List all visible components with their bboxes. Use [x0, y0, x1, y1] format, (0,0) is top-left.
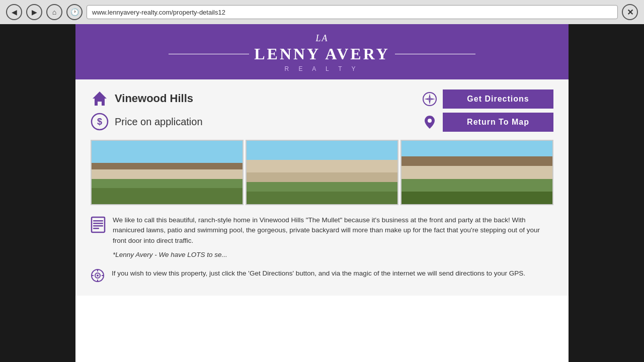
svg-point-9 — [428, 119, 432, 123]
property-location: Vinewood Hills — [115, 92, 193, 105]
property-info: Vinewood Hills $ Price on application — [91, 89, 412, 131]
browser-chrome: ◀ ▶ ⌂ 🕐 ✕ — [0, 0, 644, 24]
description-quote: *Lenny Avery - We have LOTS to se... — [113, 251, 553, 258]
site-subtitle: R E A L T Y — [75, 65, 569, 72]
svg-rect-11 — [93, 220, 103, 222]
property-price: Price on application — [115, 116, 203, 128]
svg-rect-10 — [92, 217, 105, 232]
property-image-3 — [400, 140, 553, 205]
back-icon: ◀ — [12, 8, 17, 16]
description-main: We like to call this beautiful, ranch-st… — [113, 215, 553, 246]
gps-icon — [91, 268, 105, 286]
document-icon — [91, 216, 106, 258]
property-location-row: Vinewood Hills — [91, 89, 412, 108]
property-image-1 — [91, 140, 244, 205]
logo-line: LENNY AVERY — [75, 45, 569, 63]
home-button[interactable]: ⌂ — [46, 4, 62, 20]
property-image-2 — [246, 140, 398, 205]
svg-point-17 — [97, 275, 99, 277]
location-pin-icon — [422, 114, 438, 130]
svg-text:$: $ — [97, 117, 102, 127]
history-icon: 🕐 — [70, 8, 79, 16]
svg-marker-7 — [424, 98, 429, 100]
logo-rule-right — [395, 54, 475, 54]
back-button[interactable]: ◀ — [6, 4, 22, 20]
gps-description: If you wish to view this property, just … — [112, 268, 525, 279]
house-icon — [91, 89, 109, 108]
return-to-map-row: Return To Map — [422, 113, 553, 132]
property-images — [91, 140, 553, 205]
svg-marker-5 — [429, 94, 431, 99]
get-directions-row: Get Directions — [422, 89, 553, 109]
description-section: We like to call this beautiful, ranch-st… — [91, 215, 553, 258]
svg-marker-8 — [430, 98, 435, 100]
svg-point-4 — [429, 98, 431, 100]
svg-rect-14 — [93, 228, 99, 229]
property-header: Vinewood Hills $ Price on application — [91, 89, 553, 132]
property-price-row: $ Price on application — [91, 113, 412, 131]
return-to-map-button[interactable]: Return To Map — [443, 113, 553, 132]
site-header: LA LENNY AVERY R E A L T Y — [75, 24, 569, 79]
svg-rect-12 — [93, 223, 103, 224]
forward-icon: ▶ — [32, 8, 37, 16]
close-icon: ✕ — [627, 8, 633, 17]
svg-rect-13 — [93, 225, 103, 227]
forward-button[interactable]: ▶ — [26, 4, 42, 20]
compass-icon — [422, 91, 438, 107]
url-bar[interactable] — [87, 5, 618, 19]
get-directions-button[interactable]: Get Directions — [443, 89, 553, 109]
svg-marker-6 — [429, 100, 431, 105]
description-body: We like to call this beautiful, ranch-st… — [113, 215, 553, 258]
logo-rule-left — [169, 54, 249, 54]
gps-section: If you wish to view this property, just … — [91, 268, 553, 286]
action-area: Get Directions Return To Map — [422, 89, 553, 132]
dollar-icon: $ — [91, 113, 109, 131]
page-wrapper: LA LENNY AVERY R E A L T Y Vinewood Hill… — [75, 24, 569, 362]
site-title: LENNY AVERY — [254, 45, 390, 63]
svg-marker-0 — [93, 92, 107, 106]
main-content: Vinewood Hills $ Price on application — [75, 79, 569, 296]
close-button[interactable]: ✕ — [622, 4, 638, 20]
history-button[interactable]: 🕐 — [66, 4, 83, 20]
home-icon: ⌂ — [52, 8, 56, 16]
logo-la-text: LA — [75, 33, 569, 44]
